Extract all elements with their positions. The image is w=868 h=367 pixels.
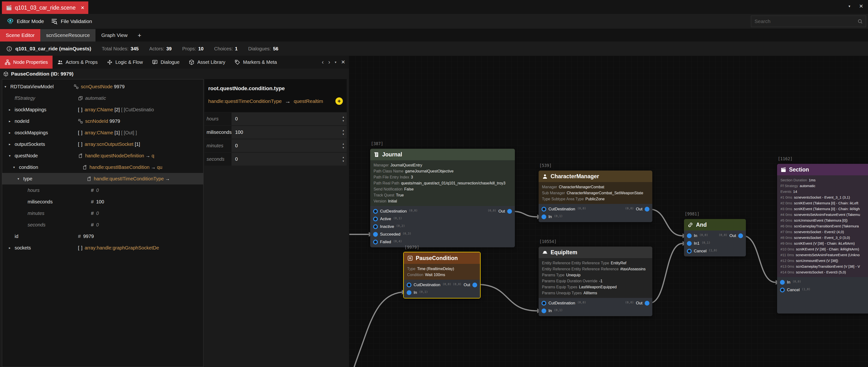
graph-node-and[interactable]: [9981]AndIn(0,0)In1(0,1)Cancel(1,0)(0,0)…: [684, 219, 746, 256]
socket-port[interactable]: [373, 240, 378, 244]
number-spinner[interactable]: ▲▼: [342, 140, 344, 152]
socket-port[interactable]: [407, 290, 411, 295]
expander-icon[interactable]: ▾: [18, 177, 21, 181]
input-socket-cancel[interactable]: Cancel(1,0): [777, 286, 868, 294]
spinner-up-icon[interactable]: ▲: [342, 129, 344, 132]
document-tab-close-icon[interactable]: ✕: [81, 5, 85, 10]
socket-port[interactable]: [780, 287, 785, 293]
tree-row-miliseconds[interactable]: miliseconds#100: [2, 196, 203, 208]
socket-port[interactable]: [373, 232, 378, 237]
panel-tab-markers-meta[interactable]: Markers & Meta: [230, 56, 281, 69]
tree-row-condition[interactable]: ▾conditionhandle:questIBaseCondition → q…: [2, 161, 203, 173]
window-close-icon[interactable]: ✕: [859, 3, 863, 9]
spinner-down-icon[interactable]: ▼: [342, 133, 344, 135]
input-socket-cancel[interactable]: Cancel(1,0): [684, 247, 746, 255]
tab-scene-editor[interactable]: Scene Editor: [0, 29, 40, 41]
tree-row-sockets[interactable]: ▸sockets[ ]array:handle:graphGraphSocket…: [2, 242, 203, 253]
search-input[interactable]: [751, 19, 857, 24]
tree-row-hours[interactable]: hours#0: [2, 184, 203, 196]
socket-port[interactable]: [541, 207, 546, 212]
field-seconds-input[interactable]: [231, 156, 347, 162]
graph-node-journal[interactable]: [387]JournalManagerJournalQuestEntryPath…: [370, 149, 515, 247]
number-spinner[interactable]: ▲▼: [342, 153, 344, 165]
socket-port[interactable]: [687, 241, 692, 246]
output-socket-out[interactable]: (0,0)Out: [488, 208, 512, 215]
socket-port[interactable]: [507, 209, 512, 214]
tree-row-type[interactable]: ▾typehandle:questITimeConditionType →: [2, 173, 203, 184]
panel-tab-actors-props[interactable]: Actors & Props: [53, 56, 102, 69]
graph-canvas[interactable]: [387]JournalManagerJournalQuestEntryPath…: [349, 56, 868, 367]
graph-node-equipitem[interactable]: [10554]EquipItemEntity Reference Entity …: [538, 247, 652, 316]
panel-tab-dialogue[interactable]: Dialogue: [147, 56, 184, 69]
number-spinner[interactable]: ▲▼: [342, 113, 344, 125]
tree-row-id[interactable]: id#9979: [2, 231, 203, 242]
spinner-down-icon[interactable]: ▼: [342, 147, 344, 149]
tree-row-outputsockets[interactable]: ▸outputSockets[ ]array:scnOutputSocket […: [2, 139, 203, 150]
tree-row-minutes[interactable]: minutes#0: [2, 208, 203, 219]
tree-row-questnode[interactable]: ▾questNodehandle:questNodeDefinition → q: [2, 150, 203, 161]
expander-icon[interactable]: ▾: [9, 154, 13, 158]
socket-port[interactable]: [541, 308, 546, 313]
input-socket-in[interactable]: In(0,1): [538, 213, 652, 221]
expander-icon[interactable]: ▸: [9, 131, 13, 134]
tab-scnsceneresource[interactable]: scnSceneResource: [40, 29, 95, 41]
field-minutes-input[interactable]: [231, 143, 347, 149]
tab-graph-view[interactable]: Graph View: [95, 29, 133, 41]
socket-port[interactable]: [373, 209, 378, 214]
output-socket-out[interactable]: (0,0)Out: [625, 299, 649, 307]
tree-row-seconds[interactable]: seconds#0: [2, 219, 203, 231]
socket-port[interactable]: [373, 217, 378, 221]
scroll-tabs-left-icon[interactable]: ‹: [322, 59, 323, 65]
panel-close-icon[interactable]: ✕: [341, 59, 345, 65]
expander-icon[interactable]: ▸: [9, 108, 13, 112]
input-socket-in[interactable]: In(0,1): [538, 307, 652, 315]
panel-tab-logic-flow[interactable]: Logic & Flow: [102, 56, 148, 69]
input-socket-in1[interactable]: In1(0,1): [684, 240, 746, 247]
graph-node-section[interactable]: [1162]SectionSection Duration1msFf Strat…: [777, 164, 868, 313]
editor-mode-button[interactable]: Editor Mode: [7, 18, 44, 25]
socket-port[interactable]: [541, 214, 546, 219]
input-socket-in[interactable]: In(0,0): [777, 278, 868, 286]
input-socket-active[interactable]: Active(0,1): [370, 215, 515, 223]
add-tab-button[interactable]: +: [133, 29, 146, 41]
tree-row-nodeid[interactable]: ▸nodeIdscnNodeId 9979: [2, 115, 203, 127]
scroll-tabs-right-icon[interactable]: ›: [328, 59, 330, 65]
socket-port[interactable]: [738, 234, 743, 238]
file-validation-button[interactable]: File Validation: [51, 18, 92, 25]
spinner-up-icon[interactable]: ▲: [342, 116, 344, 118]
spinner-up-icon[interactable]: ▲: [342, 143, 344, 145]
expander-icon[interactable]: ▾: [13, 165, 17, 169]
number-spinner[interactable]: ▲▼: [342, 126, 344, 139]
socket-port[interactable]: [645, 301, 649, 306]
socket-port[interactable]: [687, 234, 692, 238]
expander-icon[interactable]: ▸: [9, 246, 13, 250]
socket-port[interactable]: [373, 224, 378, 229]
input-socket-succeeded[interactable]: Succeeded(0,3): [370, 231, 515, 238]
graph-node-pausecondition[interactable]: [9979]PauseConditionTypeTime (RealtimeDe…: [403, 252, 480, 298]
input-socket-inactive[interactable]: Inactive(0,2): [370, 223, 515, 231]
socket-port[interactable]: [780, 280, 785, 285]
expander-icon[interactable]: ▾: [5, 85, 8, 89]
spinner-down-icon[interactable]: ▼: [342, 160, 344, 162]
tree-row-osockmappings[interactable]: ▸osockMappings[ ]array:CName [1] [ [Out]…: [2, 127, 203, 139]
panel-tab-node-properties[interactable]: Node Properties: [0, 56, 53, 69]
field-miliseconds-input[interactable]: [231, 129, 347, 135]
tree-row-rdtdataviewmodel[interactable]: ▾RDTDataViewModelscnQuestNode 9979: [2, 81, 203, 92]
output-socket-out[interactable]: (0,0)Out: [453, 281, 477, 289]
expander-icon[interactable]: ▸: [9, 119, 13, 123]
panel-tab-asset-library[interactable]: Asset Library: [184, 56, 230, 69]
tree-row-ffstrategy[interactable]: ffStrategyautomatic: [2, 92, 203, 104]
output-socket-out[interactable]: (0,0)Out: [625, 205, 649, 213]
graph-node-charactermanager[interactable]: [539]CharacterManagerManagerCharacterMan…: [538, 171, 652, 222]
socket-port[interactable]: [645, 207, 649, 212]
spinner-down-icon[interactable]: ▼: [342, 120, 344, 122]
socket-port[interactable]: [472, 282, 477, 287]
field-hours-input[interactable]: [231, 116, 347, 122]
input-socket-failed[interactable]: Failed(0,4): [370, 238, 515, 246]
add-handle-button[interactable]: +: [335, 97, 343, 105]
output-socket-out[interactable]: (0,0)Out: [718, 232, 743, 240]
input-socket-in[interactable]: In(0,1): [404, 289, 480, 297]
expander-icon[interactable]: ▸: [9, 142, 13, 146]
document-tab[interactable]: q101_03_car_ride.scene ✕: [2, 1, 88, 14]
tree-row-isockmappings[interactable]: ▸isockMappings[ ]array:CName [2] [ [CutD…: [2, 104, 203, 115]
